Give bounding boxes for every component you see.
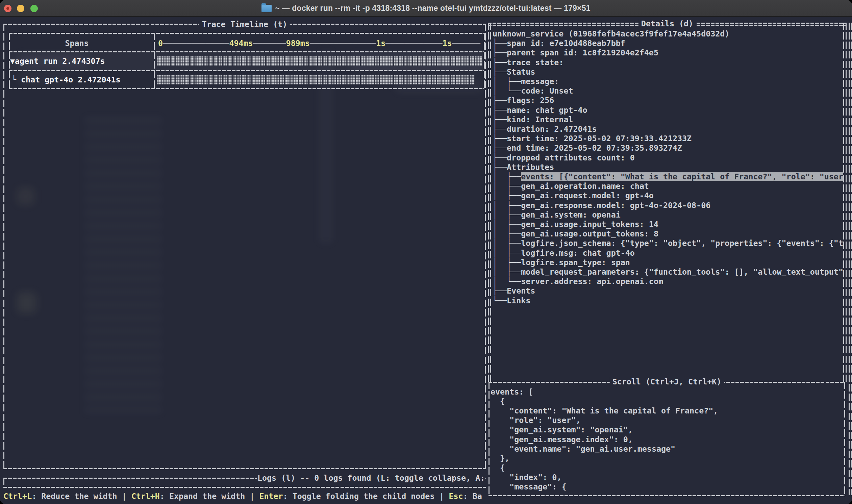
axis-tick-label: 989ms [286,38,310,48]
outer-right-border [849,23,850,495]
folder-icon [261,5,272,12]
scroll-json-line: "gen_ai.system": "openai", [491,425,633,434]
separator: | [122,491,131,501]
scroll-json-line: "role": "user", [491,415,581,425]
scroll-json-line: "message": { [491,482,566,491]
details-line[interactable]: ├──flags: 256 [492,95,554,105]
shortcut-key: Enter [259,491,283,501]
scroll-json-line: { [491,463,505,472]
shortcut-key: Esc [449,491,463,501]
axis-dash: ────── [452,38,481,48]
scroll-panel-title: Scroll (Ctrl+J, Ctrl+K) [610,377,724,386]
status-bar: Ctrl+L: Reduce the width | Ctrl+H: Expan… [3,491,482,501]
axis-dash: ─────── [253,38,286,48]
axis-dash: ────────────── [310,38,376,48]
close-button[interactable] [4,5,12,12]
span-row-label[interactable]: ▼agent run 2.474307s [10,56,105,66]
span-duration-bar[interactable] [157,56,482,66]
axis-tick-label: 1s [442,38,452,48]
titlebar: ~ — docker run --rm -it -p 4318:4318 --n… [0,0,852,17]
scroll-json-line: "index": 0, [491,472,561,482]
spans-column-header: Spans [0,38,154,48]
details-line[interactable]: unknown_service (01968fefb4acec3f9fef17e… [492,29,729,38]
details-line[interactable]: │ ├──gen_ai.response.model: gpt-4o-2024-… [492,201,710,210]
details-selected-line[interactable]: events: [{"content": "What is the capita… [521,172,843,181]
details-panel-title: Details (d) [638,19,696,29]
shortcut-description: : Toggle folding the child nodes [283,491,439,501]
details-line[interactable]: │ └──code: Unset [492,86,573,95]
details-line[interactable]: ├──Events [492,286,535,295]
minimize-button[interactable] [17,5,24,12]
details-line[interactable]: ├──parent span id: 1c8f219204e2f4e5 [492,48,658,57]
axis-tick-label: 494ms [229,38,253,48]
span-row-label[interactable]: └ chat gpt-4o 2.472041s [12,75,121,85]
scroll-json-line: { [491,397,505,406]
terminal-content: Trace Timeline (t) Spans 0──────────────… [0,17,852,504]
logs-panel-title: Logs (l) -- 0 logs found (L: toggle coll… [257,473,486,483]
details-line[interactable]: │ └──server.address: api.openai.com [492,277,663,286]
scroll-json-line: "event.name": "gen_ai.user.message" [491,444,675,454]
details-line[interactable]: │ ├──logfire.msg: chat gpt-4o [492,248,635,258]
axis-tick-label: 1s [376,38,385,48]
scroll-json-line: events: [ [491,387,533,397]
details-line[interactable]: ├──kind: Internal [492,115,573,124]
axis-dash: ──────────── [385,38,442,48]
details-line[interactable]: │ ├──gen_ai.system: openai [492,210,621,220]
details-line[interactable]: │ ├──logfire.json_schema: {"type": "obje… [492,238,843,248]
details-line[interactable]: ├──duration: 2.472041s [492,124,597,134]
shortcut-key: Ctrl+H [131,491,160,501]
zoom-button[interactable] [31,5,38,12]
details-tree: unknown_service (01968fefb4acec3f9fef17e… [492,29,844,380]
axis-dash: ────────────── [163,38,229,48]
details-line[interactable]: │ ├──events: [{"content": "What is the c… [492,172,843,181]
shortcut-description: : Ba [463,491,482,501]
shortcut-key: Ctrl+L [3,491,32,501]
details-line[interactable]: │ ├──gen_ai.usage.input_tokens: 14 [492,220,658,229]
details-line[interactable]: ├──start time: 2025-05-02 07:39:33.42123… [492,134,691,143]
details-line[interactable]: │ ├──gen_ai.usage.output_tokens: 8 [492,229,658,238]
details-line[interactable]: │ ├──model_request_parameters: {"functio… [492,267,843,277]
details-line[interactable]: │ ├──gen_ai.request.model: gpt-4o [492,191,654,200]
separator: | [250,491,259,501]
terminal-window: ~ — docker run --rm -it -p 4318:4318 --n… [0,0,852,504]
shortcut-description: : Expand the width [160,491,250,501]
details-line[interactable]: ├──trace state: [492,58,563,67]
details-line[interactable]: │ ├──message: [492,77,559,86]
axis-tick-label: 0 [158,38,163,48]
shortcut-description: : Reduce the width [32,491,122,501]
scroll-json-line: }, [491,454,509,463]
separator: | [439,491,449,501]
details-line[interactable]: ├──dropped attributes count: 0 [492,153,635,162]
details-line[interactable]: ├──name: chat gpt-4o [492,105,587,115]
window-title: ~ — docker run --rm -it -p 4318:4318 --n… [275,4,590,13]
details-line[interactable]: ├──Status [492,67,535,77]
details-line[interactable]: └──Links [492,296,530,305]
trace-timeline-title: Trace Timeline (t) [199,20,290,29]
scroll-json-line: "content": "What is the capital of Franc… [491,406,718,415]
details-line[interactable]: ├──span id: e7e10d488eab7bbf [492,38,625,48]
span-duration-bar[interactable] [157,75,475,85]
details-line[interactable]: │ ├──logfire.span_type: span [492,258,630,267]
details-line[interactable]: ├──Attributes [492,162,554,172]
scroll-json-view[interactable]: events: [ { "content": "What is the capi… [491,387,843,494]
details-line[interactable]: ├──end time: 2025-05-02 07:39:35.893274Z [492,143,682,153]
details-line[interactable]: │ ├──gen_ai.operation.name: chat [492,181,649,191]
window-title-row: ~ — docker run --rm -it -p 4318:4318 --n… [261,4,590,13]
scroll-json-line: "gen_ai.message.index": 0, [491,435,633,444]
timeline-axis: 0──────────────494ms───────989ms────────… [158,38,481,48]
